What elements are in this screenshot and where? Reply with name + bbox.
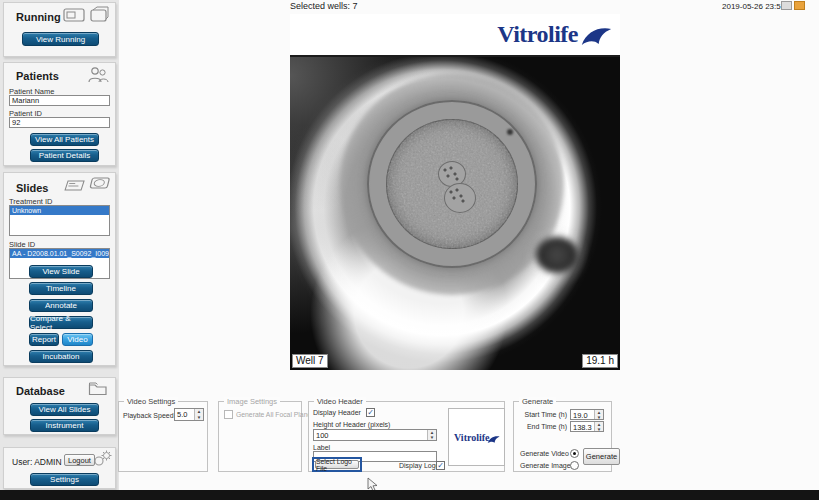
patients-icon xyxy=(87,66,109,84)
view-all-patients-button[interactable]: View All Patients xyxy=(30,133,99,146)
spin-down-icon: ▼ xyxy=(595,427,603,432)
generate-video-radio[interactable] xyxy=(570,449,579,458)
embryoviewer-window: Running View Running Patients Patient Na… xyxy=(0,0,819,500)
video-settings-title: Video Settings xyxy=(124,397,178,406)
running-panel: Running View Running xyxy=(3,2,116,57)
well-viewer: Vitrolife Well xyxy=(290,14,620,370)
slide-id-selected[interactable]: AA - D2008.01.01_S0092_I0090_P xyxy=(10,249,109,258)
start-time-spinner[interactable]: 19.0 ▲▼ xyxy=(570,409,604,420)
logo-preview-swoosh-icon xyxy=(487,435,500,444)
view-running-button[interactable]: View Running xyxy=(22,32,99,46)
vitrolife-swoosh-icon xyxy=(580,25,612,47)
select-logo-highlight: Select Logo File xyxy=(312,457,362,472)
patients-title: Patients xyxy=(16,70,59,82)
timestamp: 2019-05-26 23:51 xyxy=(722,2,785,11)
spin-down-icon: ▼ xyxy=(195,415,203,421)
instrument-button[interactable]: Instrument xyxy=(30,419,99,432)
video-settings-group: Video Settings Playback Speed (fps) 5.0 … xyxy=(118,401,208,472)
vitrolife-logo-text: Vitrolife xyxy=(497,21,578,48)
elapsed-time-label: 19.1 h xyxy=(582,354,618,368)
header-height-spinner[interactable]: 100 ▲▼ xyxy=(313,429,437,441)
display-header-checkbox[interactable] xyxy=(366,408,375,417)
instrument-icon xyxy=(63,7,85,23)
logo-preview-box: Vitrolife xyxy=(448,408,505,466)
running-title: Running xyxy=(16,11,61,23)
generate-images-radio[interactable] xyxy=(570,461,579,470)
viewer-header: Vitrolife xyxy=(290,14,620,57)
folder-icon xyxy=(88,381,108,396)
slides-panel: Slides Treatment ID Unknown Slide ID AA … xyxy=(3,172,116,366)
logo-preview-text: Vitrolife xyxy=(454,432,490,443)
minimize-button[interactable] xyxy=(781,1,792,10)
patient-details-button[interactable]: Patient Details xyxy=(30,149,99,162)
generate-images-label: Generate Images xyxy=(520,462,574,469)
focal-planes-checkbox xyxy=(224,410,233,419)
image-settings-group: Image Settings Generate All Focal Planes xyxy=(218,401,302,472)
compare-select-button[interactable]: Compare & Select xyxy=(29,316,93,329)
display-logo-label: Display Logo xyxy=(399,462,439,469)
video-header-group: Video Header Display Header Height of He… xyxy=(308,401,505,472)
label-field-label: Label xyxy=(313,444,330,451)
spin-down-icon: ▼ xyxy=(428,435,436,440)
generate-video-label: Generate Video xyxy=(520,450,569,457)
settings-button[interactable]: Settings xyxy=(30,473,99,486)
display-header-label: Display Header xyxy=(313,409,361,416)
slide-icon xyxy=(61,178,87,192)
view-slide-button[interactable]: View Slide xyxy=(29,265,93,278)
generate-button[interactable]: Generate xyxy=(583,448,620,465)
generate-group: Generate Start Time (h) 19.0 ▲▼ End Time… xyxy=(513,401,612,472)
patient-id-input[interactable]: 92 xyxy=(9,117,110,128)
view-all-slides-button[interactable]: View All Slides xyxy=(30,403,99,416)
end-time-label: End Time (h) xyxy=(522,423,567,430)
embryo-image[interactable]: Well 7 19.1 h xyxy=(290,57,620,370)
logout-button[interactable]: Logout xyxy=(64,454,95,466)
gear-icon xyxy=(93,449,113,467)
video-header-title: Video Header xyxy=(314,397,366,406)
maximize-button[interactable] xyxy=(794,1,805,10)
playback-speed-spinner[interactable]: 5.0 ▲▼ xyxy=(174,408,204,421)
incubation-button[interactable]: Incubation xyxy=(29,350,93,363)
image-settings-title: Image Settings xyxy=(224,397,280,406)
pronucleus-2 xyxy=(444,183,476,213)
slides-title: Slides xyxy=(16,182,48,194)
header-height-label: Height of Header (pixels) xyxy=(313,421,390,428)
select-logo-file-button[interactable]: Select Logo File xyxy=(315,460,359,469)
timeline-button[interactable]: Timeline xyxy=(29,282,93,295)
selected-wells-label: Selected wells: 7 xyxy=(290,1,358,11)
focal-planes-label: Generate All Focal Planes xyxy=(236,411,315,418)
generate-title: Generate xyxy=(519,397,556,406)
treatment-id-selected[interactable]: Unknown xyxy=(10,206,109,215)
start-time-label: Start Time (h) xyxy=(522,411,567,418)
incubator-icon xyxy=(89,6,109,23)
patient-name-input[interactable]: Mariann xyxy=(9,95,110,106)
bottom-bar xyxy=(0,490,819,500)
user-panel: User: ADMIN Logout Settings xyxy=(3,447,116,489)
display-logo-checkbox[interactable] xyxy=(436,461,445,470)
end-time-spinner[interactable]: 138.3 ▲▼ xyxy=(570,421,604,432)
database-panel: Database View All Slides Instrument xyxy=(3,377,116,435)
debris-speck xyxy=(507,129,513,135)
polar-body xyxy=(536,237,578,273)
database-title: Database xyxy=(16,385,65,397)
treatment-id-listbox[interactable]: Unknown xyxy=(9,205,110,236)
video-button[interactable]: Video xyxy=(62,333,93,346)
annotate-button[interactable]: Annotate xyxy=(29,299,93,312)
report-button[interactable]: Report xyxy=(29,333,59,346)
slides-stack-icon xyxy=(87,176,111,193)
patients-panel: Patients Patient Name Mariann Patient ID… xyxy=(3,62,116,166)
well-number-label: Well 7 xyxy=(292,354,328,368)
spin-down-icon: ▼ xyxy=(595,415,603,420)
user-label: User: ADMIN xyxy=(12,457,62,467)
